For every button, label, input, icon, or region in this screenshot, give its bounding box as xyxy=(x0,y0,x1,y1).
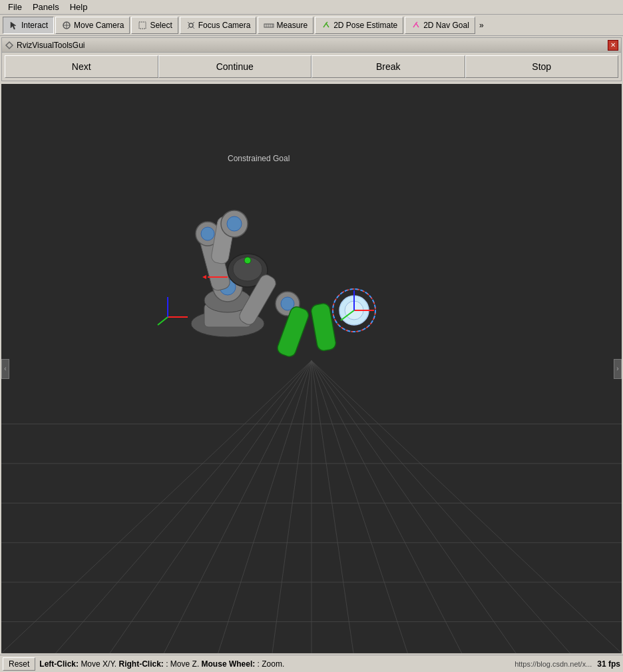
svg-line-5 xyxy=(416,22,417,23)
move-xy-text: Move X/Y. xyxy=(81,659,118,669)
svg-point-34 xyxy=(201,227,214,240)
next-button[interactable]: Next xyxy=(5,55,158,78)
svg-rect-1 xyxy=(139,22,146,29)
viewport-3d[interactable]: Constrained Goal ‹ › xyxy=(1,84,622,653)
viewport-right-handle[interactable]: › xyxy=(614,359,622,379)
menu-help[interactable]: Help xyxy=(65,1,93,13)
nav-goal-label: 2D Nav Goal xyxy=(423,21,469,30)
svg-line-10 xyxy=(164,361,312,653)
svg-line-57 xyxy=(158,317,168,325)
toolbar-select-button[interactable]: Select xyxy=(131,17,178,34)
nav-goal-icon xyxy=(411,20,421,31)
svg-line-9 xyxy=(110,361,312,653)
menu-file[interactable]: File xyxy=(3,1,27,13)
svg-marker-6 xyxy=(6,42,13,49)
measure-icon xyxy=(264,20,274,31)
fps-counter: 31 fps xyxy=(597,659,620,669)
pose-estimate-label: 2D Pose Estimate xyxy=(333,21,397,30)
status-url: https://blog.csdn.net/x... xyxy=(515,660,592,668)
cursor-icon xyxy=(9,20,19,31)
diamond-icon xyxy=(5,41,14,50)
select-icon xyxy=(137,20,148,31)
menubar: File Panels Help xyxy=(0,0,623,15)
svg-line-17 xyxy=(312,361,516,653)
toolbar-measure-button[interactable]: Measure xyxy=(258,17,313,34)
pose-estimate-icon xyxy=(321,20,331,31)
svg-line-18 xyxy=(312,361,570,653)
measure-label: Measure xyxy=(276,21,308,30)
toolbar-focus-camera-button[interactable]: Focus Camera xyxy=(180,17,257,34)
viewport-left-handle[interactable]: ‹ xyxy=(1,359,9,379)
break-button[interactable]: Break xyxy=(312,55,465,78)
panel-close-button[interactable]: ✕ xyxy=(608,40,618,51)
viewport-container[interactable]: Constrained Goal ‹ › xyxy=(1,84,622,653)
move-camera-icon xyxy=(61,20,72,31)
svg-line-12 xyxy=(272,361,312,653)
svg-line-8 xyxy=(55,361,312,653)
left-click-label: Left-Click: xyxy=(39,659,79,669)
focus-camera-label: Focus Camera xyxy=(198,21,251,30)
statusbar: Reset Left-Click: Move X/Y. Right-Click:… xyxy=(0,655,623,672)
move-z-text: : Move Z. xyxy=(166,659,201,669)
mouse-wheel-label: Mouse Wheel: xyxy=(202,659,256,669)
rviz-panel-header: RvizVisualToolsGui ✕ xyxy=(2,38,621,53)
select-label: Select xyxy=(150,21,172,30)
svg-point-37 xyxy=(227,216,242,231)
svg-marker-53 xyxy=(202,275,206,279)
interact-label: Interact xyxy=(21,21,48,30)
toolbar-more-button[interactable]: » xyxy=(477,19,487,32)
zoom-text: : Zoom. xyxy=(258,659,285,669)
toolbar-pose-estimate-button[interactable]: 2D Pose Estimate xyxy=(315,17,403,34)
reset-button[interactable]: Reset xyxy=(3,657,35,671)
svg-line-15 xyxy=(312,361,407,653)
toolbar: Interact Move Camera Select Focus Camera xyxy=(0,15,623,36)
robot-visualization xyxy=(81,84,414,364)
move-camera-label: Move Camera xyxy=(74,21,124,30)
svg-line-16 xyxy=(312,361,462,653)
toolbar-interact-button[interactable]: Interact xyxy=(3,17,54,34)
svg-point-54 xyxy=(244,257,251,264)
focus-icon xyxy=(186,20,196,31)
svg-line-4 xyxy=(326,22,327,23)
svg-line-19 xyxy=(312,361,622,653)
menu-panels[interactable]: Panels xyxy=(27,1,65,13)
right-click-label: Right-Click: xyxy=(119,659,164,669)
toolbar-nav-goal-button[interactable]: 2D Nav Goal xyxy=(405,17,475,34)
panel-title-text: RvizVisualToolsGui xyxy=(17,41,85,50)
rviz-panel: RvizVisualToolsGui ✕ Next Continue Break… xyxy=(1,37,622,81)
continue-button[interactable]: Continue xyxy=(158,55,312,78)
svg-line-14 xyxy=(312,361,353,653)
status-text: Left-Click: Move X/Y. Right-Click: : Mov… xyxy=(39,659,515,669)
stop-button[interactable]: Stop xyxy=(465,55,619,78)
control-buttons: Next Continue Break Stop xyxy=(2,53,621,81)
rviz-panel-title: RvizVisualToolsGui xyxy=(5,41,85,50)
toolbar-move-camera-button[interactable]: Move Camera xyxy=(55,17,130,34)
